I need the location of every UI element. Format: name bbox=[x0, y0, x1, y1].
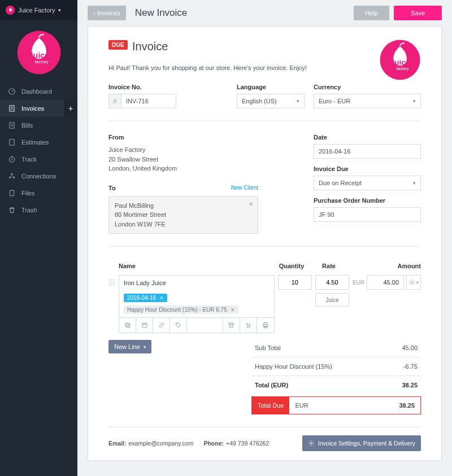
rate-input[interactable] bbox=[315, 275, 349, 290]
print-button[interactable] bbox=[257, 318, 274, 333]
chevron-down-icon: ▾ bbox=[58, 7, 61, 13]
invoice-icon bbox=[8, 104, 16, 112]
nav-label: Track bbox=[21, 156, 37, 163]
cart-button[interactable] bbox=[240, 318, 257, 333]
svg-point-20 bbox=[114, 282, 115, 283]
nav-label: Trash bbox=[21, 207, 37, 213]
language-select[interactable]: English (US) ▾ bbox=[237, 94, 305, 108]
date-input[interactable]: 2016-04-16 bbox=[314, 144, 421, 159]
svg-rect-26 bbox=[142, 324, 147, 328]
currency-label: Currency bbox=[314, 84, 421, 90]
sidebar-item-dashboard[interactable]: Dashboard bbox=[0, 83, 77, 100]
files-icon bbox=[8, 189, 16, 197]
svg-rect-29 bbox=[229, 325, 233, 328]
svg-rect-11 bbox=[10, 190, 14, 195]
invoice-due-label: Invoice Due bbox=[314, 165, 421, 172]
main: ‹ Invoices New Invoice Help Save DUE Inv… bbox=[77, 0, 452, 476]
invoice-number-label: Invoice No. bbox=[108, 84, 176, 90]
sidebar-item-track[interactable]: Track bbox=[0, 151, 77, 168]
calendar-button[interactable] bbox=[136, 318, 153, 333]
svg-text:Juice: Juice bbox=[28, 51, 49, 60]
line-settings-button[interactable]: ▾ bbox=[406, 275, 421, 290]
sidebar-item-invoices[interactable]: Invoices + bbox=[0, 100, 77, 117]
subtotal-value: 45.00 bbox=[402, 344, 418, 351]
nav-label: Bills bbox=[21, 122, 33, 129]
total-value: 38.25 bbox=[402, 382, 418, 388]
col-amount-header: Amount bbox=[347, 263, 421, 269]
svg-point-18 bbox=[109, 282, 110, 283]
quantity-input[interactable] bbox=[278, 275, 312, 290]
brand-logo: Juice factory bbox=[0, 20, 77, 83]
invoice-due-select[interactable]: Due on Receipt ▾ bbox=[314, 176, 421, 190]
svg-rect-25 bbox=[125, 323, 129, 326]
discount-chip[interactable]: Happy Hour Discount (15%) - EUR 6.75✕ bbox=[124, 305, 238, 314]
svg-point-23 bbox=[114, 284, 115, 285]
svg-point-17 bbox=[114, 280, 115, 281]
svg-text:Juice: Juice bbox=[390, 58, 410, 67]
sidebar-item-connections[interactable]: Connections bbox=[0, 168, 77, 185]
status-badge: DUE bbox=[108, 40, 128, 50]
company-switcher[interactable]: Juice Factory ▾ bbox=[0, 0, 77, 20]
close-icon[interactable]: ✕ bbox=[231, 307, 235, 313]
date-chip[interactable]: 2016-04-16✕ bbox=[124, 294, 167, 302]
svg-rect-6 bbox=[10, 139, 14, 146]
help-button[interactable]: Help bbox=[354, 6, 389, 20]
add-invoice-button[interactable]: + bbox=[64, 100, 77, 117]
chevron-down-icon: ▾ bbox=[297, 98, 299, 104]
new-line-button[interactable]: New Line▾ bbox=[108, 340, 151, 353]
discount-label: Happy Hour Discount (15%) bbox=[255, 363, 332, 370]
phone-label: Phone: bbox=[203, 440, 224, 447]
estimate-icon bbox=[8, 138, 16, 146]
svg-point-30 bbox=[247, 327, 249, 328]
back-button[interactable]: ‹ Invoices bbox=[88, 6, 126, 20]
po-label: Purchase Order Number bbox=[314, 197, 421, 204]
chevron-down-icon: ▾ bbox=[413, 98, 416, 104]
drag-handle-icon[interactable] bbox=[108, 279, 115, 286]
sidebar: Juice Factory ▾ Juice factory Dashboard … bbox=[0, 0, 77, 476]
date-label: Date bbox=[314, 134, 421, 141]
svg-point-31 bbox=[249, 327, 250, 328]
to-label: To bbox=[108, 185, 116, 191]
total-due-value: 38.25 bbox=[314, 397, 420, 414]
sidebar-item-trash[interactable]: Trash bbox=[0, 202, 77, 219]
email-label: Email: bbox=[108, 440, 127, 447]
to-client-box[interactable]: ✕ Paul McBilling 80 Mortimer Street Lond… bbox=[108, 196, 258, 234]
nav-label: Connections bbox=[21, 173, 56, 180]
connections-icon bbox=[8, 172, 16, 180]
sidebar-item-estimates[interactable]: Estimates bbox=[0, 134, 77, 151]
chevron-down-icon: ▾ bbox=[413, 180, 416, 186]
company-name: Juice Factory bbox=[18, 7, 55, 14]
phone-value: +49 739 476262 bbox=[226, 440, 269, 447]
svg-rect-24 bbox=[127, 324, 130, 327]
item-name-input[interactable]: Iron Lady Juice bbox=[119, 276, 274, 290]
subtotal-label: Sub Total bbox=[255, 344, 281, 351]
line-item-row: Iron Lady Juice 2016-04-16✕ Happy Hour D… bbox=[108, 275, 421, 333]
col-name-header: Name bbox=[119, 263, 273, 269]
svg-point-16 bbox=[111, 280, 112, 281]
bill-icon bbox=[8, 121, 16, 129]
link-button[interactable] bbox=[153, 318, 170, 333]
invoice-settings-button[interactable]: Invoice Settings, Payment & Delivery bbox=[302, 435, 421, 451]
po-input[interactable]: JF 90 bbox=[314, 207, 421, 222]
copy-button[interactable] bbox=[119, 318, 136, 333]
sidebar-item-bills[interactable]: Bills bbox=[0, 117, 77, 134]
save-button[interactable]: Save bbox=[394, 6, 442, 20]
currency-select[interactable]: Euro - EUR ▾ bbox=[314, 94, 421, 108]
total-due-currency: EUR bbox=[289, 397, 314, 414]
from-address: Juice Factory 20 Swallow Street London, … bbox=[108, 145, 258, 173]
close-icon[interactable]: ✕ bbox=[159, 295, 164, 301]
chevron-down-icon: ▾ bbox=[416, 280, 419, 285]
hash-icon: # bbox=[109, 94, 121, 108]
close-icon[interactable]: ✕ bbox=[249, 200, 253, 208]
col-qty-header: Quantity bbox=[273, 263, 310, 269]
unit-tag[interactable]: Juice bbox=[315, 293, 349, 307]
invoice-number-input[interactable]: # INV-716 bbox=[108, 94, 176, 108]
back-label: Invoices bbox=[97, 10, 120, 16]
tag-button[interactable] bbox=[170, 318, 187, 333]
panel-footer: Email: example@company.com Phone: +49 73… bbox=[108, 427, 421, 451]
new-client-link[interactable]: New Client bbox=[231, 185, 258, 191]
archive-button[interactable] bbox=[223, 318, 240, 333]
svg-point-35 bbox=[411, 282, 413, 283]
topbar: ‹ Invoices New Invoice Help Save bbox=[77, 0, 452, 26]
sidebar-item-files[interactable]: Files bbox=[0, 185, 77, 202]
